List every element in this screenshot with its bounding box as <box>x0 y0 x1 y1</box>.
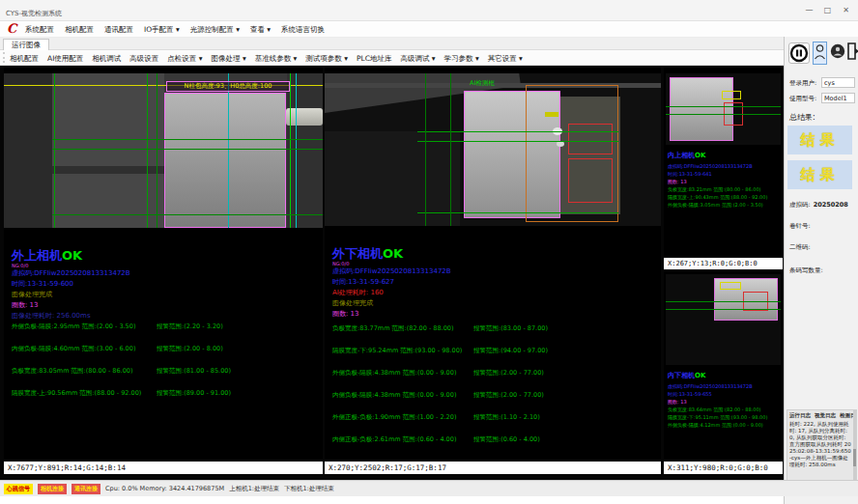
menu-light-config[interactable]: 光源控制配置 ▾ <box>190 25 240 35</box>
tool-camera-debug[interactable]: 相机调试 <box>92 54 121 64</box>
needle-number-label: 卷针号: <box>789 222 811 231</box>
overlay-green-line <box>52 214 323 215</box>
left-result-block: 外上相机OK NG:0/0 虚拟码:DFFIiw2025020813313472… <box>12 245 130 322</box>
measurement-row: 外侧正极-负极:1.90mm 范围:(1.00 - 2.20)报警范围:(1.1… <box>332 413 657 435</box>
tool-test-params[interactable]: 测试项参数 ▾ <box>305 54 348 64</box>
measurement-row: 隔膜宽度-上:90.56mm 范围:(88.00 - 92.00)报警范围:(8… <box>12 389 319 411</box>
result-ok-label: OK <box>62 248 82 263</box>
menu-system-config[interactable]: 系统配置 <box>25 25 54 35</box>
maximize-button[interactable]: □ <box>819 4 836 16</box>
camera-link-badge: 相机连接 <box>38 484 67 494</box>
right-bottom-pixel-coords: X:311;Y:980;R:0;G:0;B:0 <box>664 462 783 474</box>
barcode-label: 虚拟码:DFFIiw2025020813313472B <box>332 266 451 277</box>
right-top-camera-image[interactable] <box>666 73 781 145</box>
toolbar-items: 相机配置 AI使用配置 相机调试 高级设置 点检设置 ▾ 图像处理 ▾ 基准线参… <box>10 54 523 64</box>
tool-learning-params[interactable]: 学习参数 ▾ <box>444 54 479 64</box>
pause-button[interactable] <box>788 42 810 64</box>
result-display-1: 结果 <box>787 126 852 154</box>
right-bottom-camera-image[interactable] <box>666 274 781 365</box>
menu-view[interactable]: 查看 ▾ <box>250 25 271 35</box>
tool-ai-config[interactable]: AI使用配置 <box>47 54 83 64</box>
turns-label: 圈数: 13 <box>668 178 767 185</box>
result-display-2: 结果 <box>787 160 852 189</box>
tool-image-processing[interactable]: 图像处理 ▾ <box>212 54 246 64</box>
measurement-row: 负极宽度:83.05mm 范围:(80.00 - 86.00)报警范围:(81.… <box>12 367 319 389</box>
middle-camera-image[interactable]: AI检测框 <box>325 73 661 226</box>
toolbar: 相机配置 AI使用配置 相机调试 高级设置 点检设置 ▾ 图像处理 ▾ 基准线参… <box>0 50 784 66</box>
pause-icon <box>789 43 809 63</box>
overlay-yellow-rect <box>722 91 741 99</box>
app-window: CYS-视觉检测系统 — □ ✕ C 系统配置 相机配置 通讯配置 IO手配置 … <box>0 0 858 504</box>
user-icon <box>814 42 826 62</box>
measurement-value: 隔膜宽度-上:90.43mm 范围:(88.00 - 92.00) <box>668 193 767 201</box>
machine-region <box>287 73 323 228</box>
measurement-value: 负极宽度:83.64mm 范围:(82.00 - 88.00) <box>668 406 767 413</box>
window-controls: — □ ✕ <box>801 4 854 16</box>
alarm-range: 报警范围:(1.10 - 2.10) <box>473 413 540 422</box>
menu-language-switch[interactable]: 系统语言切换 <box>281 25 325 35</box>
result-ok-label: OK <box>383 246 403 261</box>
camera-name-label: 外下相机 <box>332 246 383 261</box>
measurement-value: 外侧负极-隔膜:2.95mm 范围:(2.00 - 3.50) <box>12 322 157 331</box>
measurement-row: 外侧负极-隔膜:2.95mm 范围:(2.00 - 3.50)报警范围:(2.2… <box>12 322 319 345</box>
menu-bar: C 系统配置 相机配置 通讯配置 IO手配置 ▾ 光源控制配置 ▾ 查看 ▾ 系… <box>0 21 858 38</box>
cpu-memory-status: Cpu: 0.0% Memory: 3424.41796875M <box>105 485 224 492</box>
logout-button[interactable] <box>846 42 858 62</box>
alarm-range: 报警范围:(2.20 - 3.20) <box>157 322 223 331</box>
right-bottom-result-lines: 虚拟码:DFFIiw2025020813313472B 时间:13-31-59-… <box>668 382 767 429</box>
left-pixel-coords: X:7677;Y:891;R:14;G:14;B:14 <box>4 462 323 474</box>
overlay-green-line <box>157 73 157 228</box>
log-tab-vision[interactable]: 视觉日志 <box>815 412 836 419</box>
time-label: 时间:13-31-59-600 <box>12 279 130 290</box>
status-bar: 心跳信号 相机连接 通讯连接 Cpu: 0.0% Memory: 3424.41… <box>0 480 858 496</box>
model-value[interactable]: Model1 <box>821 93 855 103</box>
log-tab-run[interactable]: 运行日志 <box>789 412 811 419</box>
tool-advanced-settings[interactable]: 高级设置 <box>129 54 158 64</box>
measurement-row: 负极宽度:83.77mm 范围:(82.00 - 88.00)报警范围:(83.… <box>332 324 657 347</box>
menu-io-config[interactable]: IO手配置 ▾ <box>144 25 180 35</box>
left-camera-image[interactable]: N柱包高度:93、H0总高度:100 <box>4 73 323 228</box>
measurement-value: 外侧负极-隔膜:4.38mm 范围:(0.00 - 9.00) <box>332 369 473 378</box>
tool-other-settings[interactable]: 其它设置 ▾ <box>488 54 523 64</box>
user-login-button[interactable] <box>813 42 827 65</box>
model-label: 使用型号: <box>789 95 816 103</box>
log-tabs: 运行日志 视觉日志 检测日志 <box>787 410 856 420</box>
tool-camera-config[interactable]: 相机配置 <box>10 54 39 64</box>
log-panel[interactable]: 运行日志 视觉日志 检测日志 耗时: 222, 从队列使用耗时: 17, 从队列… <box>786 409 857 481</box>
measurement-row: 内侧负极-隔膜:4.60mm 范围:(3.00 - 6.00)报警范围:(2.0… <box>12 345 319 367</box>
barcode-label: 虚拟码:DFFIiw2025020813313472B <box>12 268 130 279</box>
probe-arm <box>286 108 323 126</box>
right-top-pixel-coords: X:267;Y:13;R:0;G:0;B:0 <box>664 258 783 269</box>
panel-camera-inner-lower: 内下相机OK 虚拟码:DFFIiw2025020813313472B 时间:13… <box>664 270 783 460</box>
menu-camera-config[interactable]: 相机配置 <box>65 25 94 35</box>
alarm-range: 报警范围:(89.00 - 91.00) <box>157 389 231 398</box>
alarm-range: 报警范围:(2.00 - 8.00) <box>157 345 223 353</box>
app-logo-icon: C <box>7 21 16 36</box>
login-user-value[interactable]: cys <box>821 77 855 88</box>
ai-box-label: AI检测框 <box>470 79 495 88</box>
middle-result-block: 外下相机OK NG:0/0 虚拟码:DFFIiw2025020813313472… <box>332 243 451 320</box>
close-button[interactable]: ✕ <box>838 4 854 16</box>
overlay-green-line <box>417 141 618 142</box>
tool-spotcheck-settings[interactable]: 点检设置 ▾ <box>167 54 202 64</box>
tool-baseline-params[interactable]: 基准线参数 ▾ <box>255 54 298 64</box>
operator-button[interactable] <box>830 43 845 61</box>
alarm-range: 报警范围:(81.00 - 85.00) <box>157 367 231 376</box>
measurement-value: 负极宽度:83.77mm 范围:(82.00 - 88.00) <box>332 324 473 333</box>
overlay-green-line <box>666 301 781 302</box>
tool-plc-address[interactable]: PLC地址库 <box>357 54 391 64</box>
measurement-value: 隔膜宽度-上:90.56mm 范围:(88.00 - 92.00) <box>12 389 157 398</box>
log-scrollbar-thumb[interactable] <box>853 449 856 466</box>
qrcode-label: 二维码: <box>789 243 811 252</box>
tool-advanced-debug[interactable]: 高级调试 ▾ <box>400 54 435 64</box>
menu-comm-config[interactable]: 通讯配置 <box>104 25 133 35</box>
minimize-button[interactable]: — <box>801 4 817 16</box>
overlay-green-line <box>425 73 426 226</box>
lower-camera-status: 下相机1:处理结束 <box>284 485 334 493</box>
log-scrollbar[interactable] <box>853 410 856 480</box>
measurement-value: 外侧负极-隔膜:4.12mm 范围:(0.00 - 9.00) <box>668 421 767 429</box>
menu-items: 系统配置 相机配置 通讯配置 IO手配置 ▾ 光源控制配置 ▾ 查看 ▾ 系统语… <box>25 25 325 35</box>
time-label: 时间:13-31-59-641 <box>668 170 767 178</box>
overlay-yellow-rect <box>720 282 741 290</box>
overlay-green-line <box>666 106 781 107</box>
